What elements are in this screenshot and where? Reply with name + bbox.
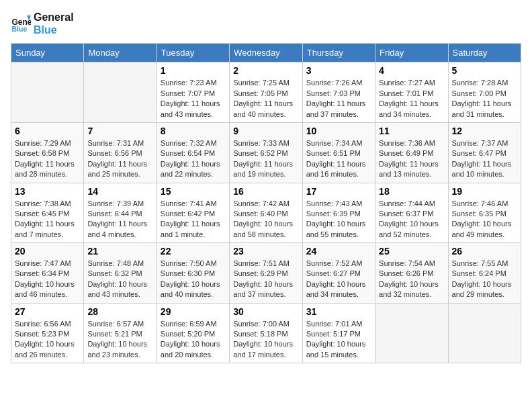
calendar-day-cell: 9Sunrise: 7:33 AMSunset: 6:52 PMDaylight… bbox=[230, 122, 302, 183]
day-info: Sunrise: 7:55 AMSunset: 6:24 PMDaylight:… bbox=[452, 259, 517, 300]
day-info: Sunrise: 7:23 AMSunset: 7:07 PMDaylight:… bbox=[161, 78, 226, 120]
day-info: Sunrise: 7:32 AMSunset: 6:54 PMDaylight:… bbox=[161, 138, 226, 180]
day-number: 15 bbox=[161, 186, 226, 197]
logo-icon: General Blue bbox=[11, 13, 31, 34]
calendar-day-cell: 15Sunrise: 7:41 AMSunset: 6:42 PMDayligh… bbox=[157, 183, 229, 243]
day-info: Sunrise: 7:26 AMSunset: 7:03 PMDaylight:… bbox=[306, 78, 371, 120]
calendar-day-cell: 7Sunrise: 7:31 AMSunset: 6:56 PMDaylight… bbox=[84, 122, 157, 183]
page-header: General Blue General Blue bbox=[11, 11, 521, 36]
day-info: Sunrise: 7:36 AMSunset: 6:49 PMDaylight:… bbox=[379, 138, 444, 180]
day-info: Sunrise: 7:29 AMSunset: 6:58 PMDaylight:… bbox=[15, 138, 80, 180]
calendar-day-cell: 31Sunrise: 7:01 AMSunset: 5:17 PMDayligh… bbox=[302, 303, 375, 363]
calendar-day-cell: 6Sunrise: 7:29 AMSunset: 6:58 PMDaylight… bbox=[11, 122, 84, 183]
day-number: 14 bbox=[87, 186, 152, 197]
calendar-day-cell: 11Sunrise: 7:36 AMSunset: 6:49 PMDayligh… bbox=[375, 122, 448, 183]
calendar-day-cell: 26Sunrise: 7:55 AMSunset: 6:24 PMDayligh… bbox=[448, 243, 521, 304]
day-number: 27 bbox=[15, 306, 80, 317]
day-number: 3 bbox=[306, 65, 371, 76]
day-number: 29 bbox=[161, 306, 226, 317]
day-info: Sunrise: 7:25 AMSunset: 7:05 PMDaylight:… bbox=[233, 78, 298, 120]
day-of-week-header: Monday bbox=[84, 44, 157, 62]
day-info: Sunrise: 7:33 AMSunset: 6:52 PMDaylight:… bbox=[233, 138, 298, 180]
day-info: Sunrise: 6:59 AMSunset: 5:20 PMDaylight:… bbox=[161, 319, 226, 361]
calendar-day-cell: 3Sunrise: 7:26 AMSunset: 7:03 PMDaylight… bbox=[302, 62, 375, 123]
day-number: 2 bbox=[233, 65, 298, 76]
day-number: 28 bbox=[87, 306, 152, 317]
day-info: Sunrise: 7:31 AMSunset: 6:56 PMDaylight:… bbox=[87, 138, 152, 180]
day-of-week-header: Tuesday bbox=[157, 44, 229, 62]
calendar-day-cell: 17Sunrise: 7:43 AMSunset: 6:39 PMDayligh… bbox=[302, 183, 375, 243]
calendar-table: SundayMondayTuesdayWednesdayThursdayFrid… bbox=[11, 43, 521, 363]
day-number: 17 bbox=[306, 186, 371, 197]
day-info: Sunrise: 6:57 AMSunset: 5:21 PMDaylight:… bbox=[87, 319, 152, 361]
day-info: Sunrise: 7:52 AMSunset: 6:27 PMDaylight:… bbox=[306, 259, 371, 300]
calendar-day-cell: 13Sunrise: 7:38 AMSunset: 6:45 PMDayligh… bbox=[11, 183, 84, 243]
calendar-day-cell: 18Sunrise: 7:44 AMSunset: 6:37 PMDayligh… bbox=[375, 183, 448, 243]
calendar-day-cell: 20Sunrise: 7:47 AMSunset: 6:34 PMDayligh… bbox=[11, 243, 84, 304]
day-info: Sunrise: 7:27 AMSunset: 7:01 PMDaylight:… bbox=[379, 78, 444, 120]
calendar-day-cell: 23Sunrise: 7:51 AMSunset: 6:29 PMDayligh… bbox=[230, 243, 302, 304]
day-number: 7 bbox=[87, 126, 152, 136]
day-number: 23 bbox=[233, 246, 298, 257]
day-number: 8 bbox=[161, 126, 226, 136]
day-info: Sunrise: 6:56 AMSunset: 5:23 PMDaylight:… bbox=[15, 319, 80, 361]
calendar-day-cell: 4Sunrise: 7:27 AMSunset: 7:01 PMDaylight… bbox=[375, 62, 448, 123]
day-info: Sunrise: 7:50 AMSunset: 6:30 PMDaylight:… bbox=[161, 259, 226, 300]
calendar-day-cell bbox=[375, 303, 448, 363]
day-info: Sunrise: 7:43 AMSunset: 6:39 PMDaylight:… bbox=[306, 199, 371, 240]
calendar-day-cell bbox=[448, 303, 521, 363]
day-number: 21 bbox=[87, 246, 152, 257]
day-number: 18 bbox=[379, 186, 444, 197]
day-info: Sunrise: 7:00 AMSunset: 5:18 PMDaylight:… bbox=[233, 319, 298, 361]
calendar-day-cell: 10Sunrise: 7:34 AMSunset: 6:51 PMDayligh… bbox=[302, 122, 375, 183]
calendar-day-cell: 22Sunrise: 7:50 AMSunset: 6:30 PMDayligh… bbox=[157, 243, 229, 304]
calendar-day-cell: 2Sunrise: 7:25 AMSunset: 7:05 PMDaylight… bbox=[230, 62, 302, 123]
calendar-week-row: 27Sunrise: 6:56 AMSunset: 5:23 PMDayligh… bbox=[11, 303, 521, 363]
calendar-header-row: SundayMondayTuesdayWednesdayThursdayFrid… bbox=[11, 44, 521, 62]
day-info: Sunrise: 7:51 AMSunset: 6:29 PMDaylight:… bbox=[233, 259, 298, 300]
day-info: Sunrise: 7:37 AMSunset: 6:47 PMDaylight:… bbox=[452, 138, 517, 180]
day-info: Sunrise: 7:34 AMSunset: 6:51 PMDaylight:… bbox=[306, 138, 371, 180]
day-number: 31 bbox=[306, 306, 371, 317]
calendar-week-row: 20Sunrise: 7:47 AMSunset: 6:34 PMDayligh… bbox=[11, 243, 521, 304]
day-of-week-header: Wednesday bbox=[230, 44, 302, 62]
day-of-week-header: Saturday bbox=[448, 44, 521, 62]
calendar-day-cell: 5Sunrise: 7:28 AMSunset: 7:00 PMDaylight… bbox=[448, 62, 521, 123]
day-number: 11 bbox=[379, 126, 444, 136]
day-number: 22 bbox=[161, 246, 226, 257]
day-info: Sunrise: 7:41 AMSunset: 6:42 PMDaylight:… bbox=[161, 199, 226, 240]
calendar-day-cell: 29Sunrise: 6:59 AMSunset: 5:20 PMDayligh… bbox=[157, 303, 229, 363]
svg-text:Blue: Blue bbox=[12, 25, 28, 33]
day-info: Sunrise: 7:48 AMSunset: 6:32 PMDaylight:… bbox=[87, 259, 152, 300]
day-number: 25 bbox=[379, 246, 444, 257]
calendar-week-row: 1Sunrise: 7:23 AMSunset: 7:07 PMDaylight… bbox=[11, 62, 521, 123]
day-number: 12 bbox=[452, 126, 517, 136]
day-number: 9 bbox=[233, 126, 298, 136]
day-info: Sunrise: 7:39 AMSunset: 6:44 PMDaylight:… bbox=[87, 199, 152, 240]
day-number: 20 bbox=[15, 246, 80, 257]
day-of-week-header: Thursday bbox=[302, 44, 375, 62]
day-number: 1 bbox=[161, 65, 226, 76]
day-info: Sunrise: 7:54 AMSunset: 6:26 PMDaylight:… bbox=[379, 259, 444, 300]
logo-text-blue: Blue bbox=[34, 24, 74, 36]
calendar-week-row: 6Sunrise: 7:29 AMSunset: 6:58 PMDaylight… bbox=[11, 122, 521, 183]
day-number: 4 bbox=[379, 65, 444, 76]
day-info: Sunrise: 7:01 AMSunset: 5:17 PMDaylight:… bbox=[306, 319, 371, 361]
calendar-day-cell: 30Sunrise: 7:00 AMSunset: 5:18 PMDayligh… bbox=[230, 303, 302, 363]
day-info: Sunrise: 7:44 AMSunset: 6:37 PMDaylight:… bbox=[379, 199, 444, 240]
calendar-day-cell: 25Sunrise: 7:54 AMSunset: 6:26 PMDayligh… bbox=[375, 243, 448, 304]
day-number: 16 bbox=[233, 186, 298, 197]
day-number: 5 bbox=[452, 65, 517, 76]
day-info: Sunrise: 7:38 AMSunset: 6:45 PMDaylight:… bbox=[15, 199, 80, 240]
calendar-day-cell: 24Sunrise: 7:52 AMSunset: 6:27 PMDayligh… bbox=[302, 243, 375, 304]
logo: General Blue General Blue bbox=[11, 11, 74, 36]
day-number: 6 bbox=[15, 126, 80, 136]
calendar-day-cell: 16Sunrise: 7:42 AMSunset: 6:40 PMDayligh… bbox=[230, 183, 302, 243]
calendar-day-cell: 8Sunrise: 7:32 AMSunset: 6:54 PMDaylight… bbox=[157, 122, 229, 183]
calendar-day-cell: 28Sunrise: 6:57 AMSunset: 5:21 PMDayligh… bbox=[84, 303, 157, 363]
day-number: 13 bbox=[15, 186, 80, 197]
day-info: Sunrise: 7:47 AMSunset: 6:34 PMDaylight:… bbox=[15, 259, 80, 300]
day-info: Sunrise: 7:46 AMSunset: 6:35 PMDaylight:… bbox=[452, 199, 517, 240]
day-number: 24 bbox=[306, 246, 371, 257]
calendar-day-cell: 19Sunrise: 7:46 AMSunset: 6:35 PMDayligh… bbox=[448, 183, 521, 243]
